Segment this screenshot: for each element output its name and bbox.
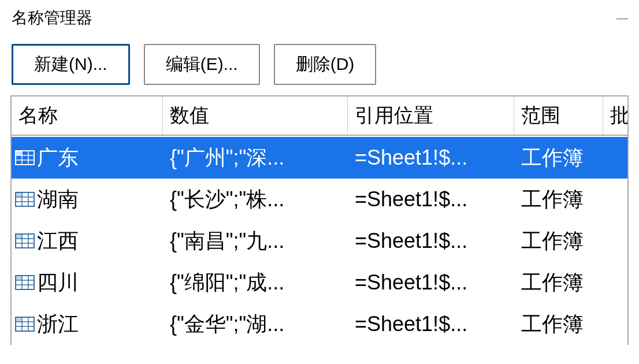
column-header-name[interactable]: 名称 — [12, 96, 163, 135]
name-text: 江西 — [37, 227, 79, 255]
edit-button[interactable]: 编辑(E)... — [144, 44, 260, 85]
names-table: 名称 数值 引用位置 范围 批 广东 {"广州";"深... =Sheet1!$… — [10, 95, 629, 345]
range-icon — [13, 150, 35, 165]
delete-button[interactable]: 删除(D) — [274, 44, 377, 85]
name-text: 湖南 — [37, 185, 79, 214]
range-icon — [13, 192, 35, 207]
scope-cell: 工作簿 — [514, 266, 603, 299]
column-header-ref[interactable]: 引用位置 — [348, 96, 514, 135]
name-text: 广东 — [37, 144, 79, 172]
name-cell: 浙江 — [12, 308, 163, 341]
scope-cell: 工作簿 — [514, 225, 603, 258]
titlebar: 名称管理器 — — [0, 0, 639, 36]
name-text: 四川 — [37, 269, 79, 297]
comment-cell — [603, 322, 627, 326]
ref-cell: =Sheet1!$... — [348, 268, 514, 297]
svg-rect-19 — [16, 276, 22, 280]
ref-cell: =Sheet1!$... — [348, 310, 514, 339]
value-cell: {"金华";"湖... — [163, 308, 348, 341]
column-header-comment[interactable]: 批 — [603, 96, 627, 135]
minimize-icon[interactable]: — — [616, 12, 627, 25]
ref-cell: =Sheet1!$... — [348, 226, 514, 255]
table-row[interactable]: 广东 {"广州";"深... =Sheet1!$... 工作簿 — [12, 137, 627, 179]
scope-cell: 工作簿 — [514, 142, 603, 174]
table-row[interactable]: 浙江 {"金华";"湖... =Sheet1!$... 工作簿 — [12, 303, 627, 345]
scope-cell: 工作簿 — [514, 183, 603, 216]
new-button[interactable]: 新建(N)... — [12, 44, 130, 85]
table-row[interactable]: 江西 {"南昌";"九... =Sheet1!$... 工作簿 — [12, 220, 627, 262]
column-header-scope[interactable]: 范围 — [514, 96, 603, 135]
value-cell: {"长沙";"株... — [163, 183, 348, 216]
comment-cell — [603, 197, 627, 202]
ref-cell: =Sheet1!$... — [348, 185, 514, 214]
name-text: 浙江 — [37, 310, 79, 339]
comment-cell — [603, 155, 627, 160]
name-cell: 湖南 — [12, 183, 163, 216]
svg-rect-7 — [16, 193, 22, 197]
comment-cell — [603, 239, 627, 243]
scope-cell: 工作簿 — [514, 308, 603, 341]
range-icon — [13, 317, 35, 332]
value-cell: {"绵阳";"成... — [163, 266, 348, 299]
ref-cell: =Sheet1!$... — [348, 143, 514, 172]
range-icon — [13, 233, 35, 248]
value-cell: {"广州";"深... — [163, 142, 348, 174]
range-icon — [13, 275, 35, 290]
name-cell: 广东 — [12, 142, 163, 174]
name-cell: 江西 — [12, 225, 163, 258]
table-row[interactable]: 湖南 {"长沙";"株... =Sheet1!$... 工作簿 — [12, 179, 627, 220]
table-header: 名称 数值 引用位置 范围 批 — [12, 96, 627, 136]
svg-rect-1 — [16, 151, 22, 155]
window-title: 名称管理器 — [12, 7, 92, 29]
toolbar: 新建(N)... 编辑(E)... 删除(D) — [0, 36, 639, 95]
comment-cell — [603, 280, 627, 285]
svg-rect-25 — [16, 318, 22, 322]
table-row[interactable]: 四川 {"绵阳";"成... =Sheet1!$... 工作簿 — [12, 262, 627, 303]
value-cell: {"南昌";"九... — [163, 225, 348, 258]
column-header-value[interactable]: 数值 — [163, 96, 348, 135]
svg-rect-13 — [16, 235, 22, 239]
name-cell: 四川 — [12, 266, 163, 299]
